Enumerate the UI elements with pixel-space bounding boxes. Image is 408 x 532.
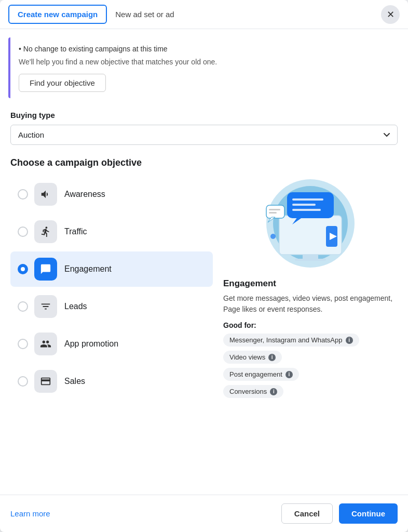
sales-icon bbox=[40, 376, 51, 387]
buying-type-label: Buying type bbox=[10, 111, 398, 119]
tag-messenger: Messenger, Instagram and WhatsApp i bbox=[223, 334, 359, 347]
leads-label: Leads bbox=[64, 302, 87, 311]
app-promotion-label: App promotion bbox=[64, 339, 118, 349]
detail-description: Get more messages, video views, post eng… bbox=[223, 293, 398, 315]
radio-app-promotion bbox=[18, 339, 28, 349]
campaign-objective-section: Choose a campaign objective Awareness bbox=[0, 153, 408, 495]
svg-rect-3 bbox=[303, 255, 318, 259]
objectives-layout: Awareness Traffic bbox=[10, 177, 398, 402]
footer-actions: Cancel Continue bbox=[281, 503, 398, 524]
tag-post-engagement: Post engagement i bbox=[223, 368, 299, 381]
traffic-icon bbox=[40, 226, 51, 237]
radio-awareness bbox=[18, 189, 28, 200]
info-icon-conversions[interactable]: i bbox=[270, 388, 277, 395]
cancel-button[interactable]: Cancel bbox=[281, 503, 333, 524]
leads-icon bbox=[40, 301, 51, 312]
objective-item-leads[interactable]: Leads bbox=[10, 289, 213, 324]
info-sub-text: We'll help you find a new objective that… bbox=[19, 57, 391, 68]
objective-item-awareness[interactable]: Awareness bbox=[10, 177, 213, 212]
engagement-icon-box bbox=[34, 258, 57, 281]
detail-title: Engagement bbox=[223, 278, 398, 289]
traffic-label: Traffic bbox=[64, 227, 87, 236]
svg-rect-14 bbox=[269, 209, 280, 210]
svg-rect-12 bbox=[266, 205, 284, 218]
svg-rect-7 bbox=[292, 198, 323, 201]
tag-conversions-text: Conversions bbox=[229, 388, 267, 395]
traffic-icon-box bbox=[34, 220, 57, 243]
radio-engagement bbox=[18, 264, 28, 274]
info-bullet: • No change to existing campaigns at thi… bbox=[19, 44, 391, 55]
objective-detail-panel: Engagement Get more messages, video view… bbox=[213, 177, 398, 402]
engagement-illustration bbox=[259, 177, 362, 270]
tag-post-engagement-text: Post engagement bbox=[229, 370, 282, 378]
sales-icon-box bbox=[34, 370, 57, 393]
objective-item-sales[interactable]: Sales bbox=[10, 364, 213, 399]
buying-type-select[interactable]: Auction bbox=[10, 125, 398, 145]
good-for-label: Good for: bbox=[223, 321, 398, 329]
svg-rect-15 bbox=[269, 212, 277, 214]
tag-conversions: Conversions i bbox=[223, 385, 283, 398]
modal-container: Create new campaign New ad set or ad ✕ •… bbox=[0, 0, 408, 532]
sales-label: Sales bbox=[64, 377, 85, 386]
radio-sales bbox=[18, 376, 28, 387]
close-button[interactable]: ✕ bbox=[381, 5, 400, 24]
radio-leads bbox=[18, 301, 28, 312]
info-banner: • No change to existing campaigns at thi… bbox=[8, 37, 400, 98]
tab-new-ad: New ad set or ad bbox=[115, 10, 381, 19]
tags-list: Messenger, Instagram and WhatsApp i Vide… bbox=[223, 334, 398, 402]
learn-more-link[interactable]: Learn more bbox=[10, 509, 50, 518]
close-icon: ✕ bbox=[387, 9, 395, 20]
app-promotion-icon-box bbox=[34, 332, 57, 355]
awareness-icon bbox=[40, 189, 51, 200]
svg-rect-4 bbox=[295, 259, 326, 261]
svg-point-16 bbox=[270, 234, 276, 239]
info-icon-messenger[interactable]: i bbox=[346, 337, 353, 344]
objective-section-title: Choose a campaign objective bbox=[10, 157, 398, 168]
modal-header: Create new campaign New ad set or ad ✕ bbox=[0, 0, 408, 29]
find-objective-button[interactable]: Find your objective bbox=[19, 74, 106, 92]
svg-rect-8 bbox=[292, 204, 316, 206]
buying-type-section: Buying type Auction bbox=[0, 102, 408, 153]
info-icon-post-engagement[interactable]: i bbox=[285, 371, 293, 378]
continue-button[interactable]: Continue bbox=[339, 503, 398, 524]
info-icon-video-views[interactable]: i bbox=[268, 354, 276, 361]
objective-item-app-promotion[interactable]: App promotion bbox=[10, 326, 213, 362]
leads-icon-box bbox=[34, 295, 57, 318]
engagement-icon bbox=[40, 263, 51, 275]
awareness-label: Awareness bbox=[64, 190, 105, 199]
tab-create-campaign[interactable]: Create new campaign bbox=[8, 5, 107, 24]
app-promotion-icon bbox=[40, 338, 51, 350]
tag-messenger-text: Messenger, Instagram and WhatsApp bbox=[229, 336, 343, 344]
objectives-list: Awareness Traffic bbox=[10, 177, 213, 402]
modal-footer: Learn more Cancel Continue bbox=[0, 495, 408, 532]
engagement-label: Engagement bbox=[64, 264, 112, 274]
radio-traffic bbox=[18, 227, 28, 237]
tag-video-views-text: Video views bbox=[229, 353, 265, 361]
svg-rect-9 bbox=[292, 209, 321, 211]
tag-video-views: Video views i bbox=[223, 351, 282, 364]
objective-item-engagement[interactable]: Engagement bbox=[10, 251, 213, 287]
awareness-icon-box bbox=[34, 183, 57, 206]
objective-item-traffic[interactable]: Traffic bbox=[10, 214, 213, 249]
